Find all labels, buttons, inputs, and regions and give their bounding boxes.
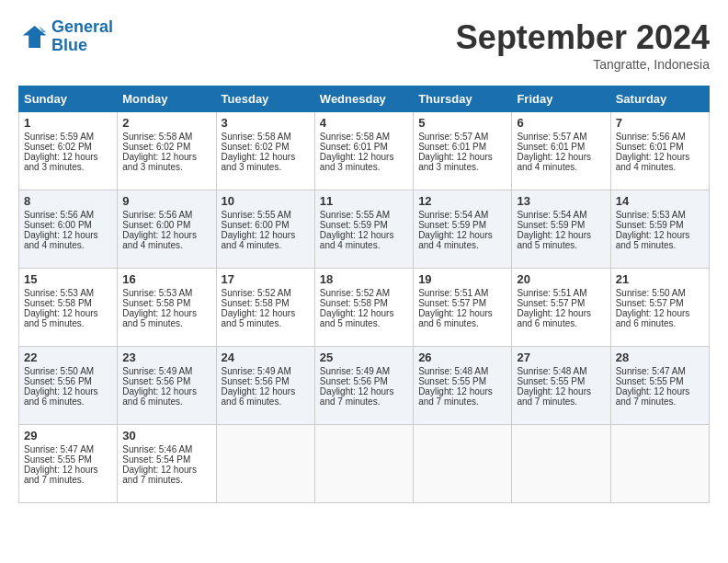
day-number: 13 xyxy=(517,194,605,208)
day-info-line: Daylight: 12 hours xyxy=(24,152,112,162)
location-subtitle: Tangratte, Indonesia xyxy=(456,57,710,72)
day-info-line: Sunset: 5:56 PM xyxy=(24,376,112,386)
calendar-cell: 22Sunrise: 5:50 AMSunset: 5:56 PMDayligh… xyxy=(19,347,118,425)
day-number: 11 xyxy=(320,194,408,208)
day-info-line: Sunset: 5:55 PM xyxy=(24,454,112,465)
page-header: General Blue September 2024 Tangratte, I… xyxy=(18,18,710,72)
day-info-line: and 3 minutes. xyxy=(122,162,210,172)
day-info-line: Sunset: 6:00 PM xyxy=(122,220,210,230)
calendar-cell: 28Sunrise: 5:47 AMSunset: 5:55 PMDayligh… xyxy=(610,347,709,425)
day-info-line: and 3 minutes. xyxy=(418,162,506,172)
day-info-line: Sunrise: 5:57 AM xyxy=(418,132,506,142)
day-info-line: and 7 minutes. xyxy=(24,475,112,485)
logo-text: General Blue xyxy=(51,18,113,55)
day-info-line: Daylight: 12 hours xyxy=(418,152,506,162)
logo: General Blue xyxy=(18,18,113,55)
day-info-line: Sunset: 6:01 PM xyxy=(320,142,408,152)
day-info-line: Sunset: 5:58 PM xyxy=(24,298,112,308)
day-number: 7 xyxy=(616,116,704,130)
calendar-cell xyxy=(414,425,512,503)
calendar-cell: 20Sunrise: 5:51 AMSunset: 5:57 PMDayligh… xyxy=(512,269,610,347)
day-info-line: and 5 minutes. xyxy=(320,318,408,328)
day-info-line: Sunrise: 5:49 AM xyxy=(222,366,310,376)
day-info-line: Sunrise: 5:55 AM xyxy=(222,210,310,220)
day-info-line: Sunrise: 5:57 AM xyxy=(517,132,605,142)
day-info-line: Daylight: 12 hours xyxy=(517,308,605,318)
day-info-line: Sunrise: 5:50 AM xyxy=(24,366,112,376)
day-info-line: and 7 minutes. xyxy=(616,396,704,407)
day-info-line: Sunset: 6:02 PM xyxy=(24,142,112,152)
day-number: 10 xyxy=(222,194,310,208)
calendar-cell: 2Sunrise: 5:58 AMSunset: 6:02 PMDaylight… xyxy=(118,112,216,190)
week-row-4: 22Sunrise: 5:50 AMSunset: 5:56 PMDayligh… xyxy=(19,347,710,425)
day-number: 4 xyxy=(320,116,408,130)
calendar-cell: 4Sunrise: 5:58 AMSunset: 6:01 PMDaylight… xyxy=(314,112,413,190)
calendar-cell: 26Sunrise: 5:48 AMSunset: 5:55 PMDayligh… xyxy=(414,347,512,425)
day-number: 12 xyxy=(418,194,506,208)
calendar-cell: 10Sunrise: 5:55 AMSunset: 6:00 PMDayligh… xyxy=(216,190,314,269)
day-number: 24 xyxy=(222,350,310,364)
calendar-cell: 5Sunrise: 5:57 AMSunset: 6:01 PMDaylight… xyxy=(414,112,512,190)
day-number: 30 xyxy=(122,429,210,442)
calendar-cell: 17Sunrise: 5:52 AMSunset: 5:58 PMDayligh… xyxy=(216,269,314,347)
day-info-line: and 4 minutes. xyxy=(222,240,310,250)
calendar-cell: 12Sunrise: 5:54 AMSunset: 5:59 PMDayligh… xyxy=(414,190,512,269)
calendar-cell xyxy=(216,425,314,503)
day-info-line: Sunrise: 5:53 AM xyxy=(122,288,210,298)
day-info-line: Sunrise: 5:49 AM xyxy=(122,366,210,376)
day-info-line: Sunrise: 5:50 AM xyxy=(616,288,704,298)
calendar-header: SundayMondayTuesdayWednesdayThursdayFrid… xyxy=(19,86,710,112)
day-info-line: Sunset: 5:55 PM xyxy=(517,376,605,386)
day-info-line: Sunset: 5:59 PM xyxy=(320,220,408,230)
column-header-monday: Monday xyxy=(118,86,216,112)
day-info-line: and 6 minutes. xyxy=(122,396,210,407)
day-number: 19 xyxy=(418,272,506,286)
day-info-line: Sunset: 6:00 PM xyxy=(24,220,112,230)
day-info-line: and 7 minutes. xyxy=(122,475,210,485)
day-info-line: and 7 minutes. xyxy=(320,396,408,407)
day-info-line: Sunrise: 5:56 AM xyxy=(24,210,112,220)
day-info-line: Daylight: 12 hours xyxy=(517,386,605,396)
day-number: 26 xyxy=(418,350,506,364)
day-info-line: and 6 minutes. xyxy=(222,396,310,407)
day-info-line: and 3 minutes. xyxy=(222,162,310,172)
day-info-line: Daylight: 12 hours xyxy=(122,152,210,162)
day-info-line: Sunset: 5:56 PM xyxy=(320,376,408,386)
day-info-line: Sunset: 5:58 PM xyxy=(122,298,210,308)
day-info-line: Daylight: 12 hours xyxy=(320,308,408,318)
day-number: 9 xyxy=(122,194,210,208)
month-title: September 2024 xyxy=(456,18,710,57)
day-info-line: Sunset: 6:02 PM xyxy=(222,142,310,152)
calendar-cell: 18Sunrise: 5:52 AMSunset: 5:58 PMDayligh… xyxy=(314,269,413,347)
day-info-line: Sunrise: 5:46 AM xyxy=(122,444,210,454)
day-info-line: Daylight: 12 hours xyxy=(517,230,605,240)
day-info-line: Sunset: 6:02 PM xyxy=(122,142,210,152)
logo-icon xyxy=(18,22,48,52)
day-info-line: and 6 minutes. xyxy=(418,318,506,328)
day-info-line: Sunrise: 5:54 AM xyxy=(418,210,506,220)
day-info-line: Daylight: 12 hours xyxy=(222,230,310,240)
day-number: 3 xyxy=(222,116,310,130)
calendar-cell: 27Sunrise: 5:48 AMSunset: 5:55 PMDayligh… xyxy=(512,347,610,425)
day-info-line: and 5 minutes. xyxy=(517,240,605,250)
svg-marker-0 xyxy=(23,26,47,48)
day-info-line: and 5 minutes. xyxy=(24,318,112,328)
day-info-line: Daylight: 12 hours xyxy=(616,386,704,396)
calendar-body: 1Sunrise: 5:59 AMSunset: 6:02 PMDaylight… xyxy=(19,112,710,503)
day-info-line: Daylight: 12 hours xyxy=(24,230,112,240)
day-info-line: Sunset: 5:55 PM xyxy=(418,376,506,386)
day-info-line: Sunset: 6:01 PM xyxy=(418,142,506,152)
day-number: 22 xyxy=(24,350,112,364)
day-info-line: and 4 minutes. xyxy=(418,240,506,250)
day-number: 23 xyxy=(122,350,210,364)
calendar-cell xyxy=(314,425,413,503)
calendar-cell: 9Sunrise: 5:56 AMSunset: 6:00 PMDaylight… xyxy=(118,190,216,269)
day-info-line: Sunset: 5:57 PM xyxy=(517,298,605,308)
calendar-cell: 19Sunrise: 5:51 AMSunset: 5:57 PMDayligh… xyxy=(414,269,512,347)
day-info-line: Sunrise: 5:52 AM xyxy=(222,288,310,298)
day-info-line: and 4 minutes. xyxy=(320,240,408,250)
day-number: 17 xyxy=(222,272,310,286)
day-info-line: Daylight: 12 hours xyxy=(122,308,210,318)
day-info-line: Sunset: 5:58 PM xyxy=(222,298,310,308)
day-info-line: Daylight: 12 hours xyxy=(616,230,704,240)
